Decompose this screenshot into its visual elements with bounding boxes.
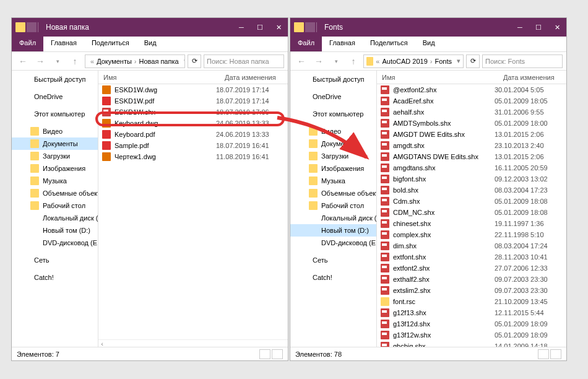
- file-row[interactable]: @extfont2.shx30.01.2004 5:05: [377, 84, 566, 95]
- col-name[interactable]: Имя: [377, 74, 498, 81]
- file-row[interactable]: dim.shx08.03.2004 17:24: [377, 240, 566, 251]
- sidebar-item[interactable]: Музыка: [290, 175, 376, 187]
- col-date[interactable]: Дата изменения: [498, 74, 566, 81]
- sidebar-item[interactable]: Объемные объект: [12, 187, 98, 199]
- file-row[interactable]: extfont2.shx27.07.2006 12:33: [377, 263, 566, 274]
- tab-share[interactable]: Поделиться: [84, 37, 137, 51]
- sidebar-item[interactable]: Catch!: [12, 271, 98, 284]
- sidebar-item[interactable]: Музыка: [12, 175, 98, 187]
- qat-icon[interactable]: [305, 22, 315, 32]
- address-box[interactable]: « AutoCAD 2019 › Fonts ▾: [363, 54, 464, 68]
- tab-share[interactable]: Поделиться: [363, 37, 415, 51]
- file-row[interactable]: gbcbig.shx14.01.2009 14:18: [377, 341, 566, 347]
- sidebar-item[interactable]: OneDrive: [290, 90, 376, 103]
- tab-view[interactable]: Вид: [137, 37, 164, 51]
- view-icons-button[interactable]: [550, 349, 561, 359]
- breadcrumb-seg[interactable]: Документы: [97, 58, 132, 65]
- sidebar-item[interactable]: Загрузки: [12, 150, 98, 162]
- file-row[interactable]: ESKD1W.pdf18.07.2019 17:14: [98, 95, 288, 107]
- sidebar-item[interactable]: Сеть: [12, 254, 98, 266]
- sidebar-item[interactable]: Изображения: [290, 162, 376, 175]
- sidebar-item[interactable]: Сеть: [290, 254, 376, 266]
- file-row[interactable]: ESKD1W.dwg18.07.2019 17:14: [98, 84, 288, 95]
- tab-home[interactable]: Главная: [322, 37, 363, 51]
- sidebar-item[interactable]: OneDrive: [12, 90, 98, 103]
- sidebar-item[interactable]: Изображения: [12, 162, 98, 175]
- sidebar-item[interactable]: Объемные объект: [290, 187, 376, 199]
- sidebar-item[interactable]: Этот компьютер: [290, 108, 376, 120]
- breadcrumb-seg[interactable]: AutoCAD 2019: [382, 58, 427, 65]
- refresh-button[interactable]: ⟳: [466, 54, 480, 68]
- close-button[interactable]: ✕: [269, 18, 288, 37]
- sidebar-item[interactable]: Документы: [12, 137, 98, 150]
- forward-button[interactable]: →: [33, 54, 48, 69]
- sidebar-item[interactable]: DVD-дисковод (E:): [12, 237, 98, 249]
- file-row[interactable]: g13f12w.shx05.01.2009 18:09: [377, 329, 566, 341]
- maximize-button[interactable]: ☐: [529, 18, 548, 37]
- sidebar-item[interactable]: DVD-дисковод (E:): [290, 237, 376, 249]
- sidebar-item[interactable]: Локальный диск (С: [290, 212, 376, 224]
- file-row[interactable]: CDM_NC.shx05.01.2009 18:08: [377, 207, 566, 218]
- sidebar-item[interactable]: Загрузки: [290, 150, 376, 162]
- sidebar-item[interactable]: Видео: [290, 125, 376, 137]
- scrollbar-horizontal[interactable]: ‹: [98, 339, 288, 347]
- file-row[interactable]: Keyboard.dwg24.06.2019 13:33: [98, 118, 288, 129]
- file-row[interactable]: font.rsc21.10.2009 13:45: [377, 296, 566, 307]
- file-row[interactable]: aehalf.shx31.01.2006 9:55: [377, 107, 566, 118]
- col-name[interactable]: Имя: [98, 74, 220, 81]
- recent-button[interactable]: ▾: [329, 54, 344, 69]
- file-row[interactable]: Keyboard.pdf24.06.2019 13:33: [98, 129, 288, 140]
- qat-icon[interactable]: [27, 22, 37, 32]
- file-row[interactable]: Cdm.shx05.01.2009 18:08: [377, 196, 566, 207]
- breadcrumb-seg[interactable]: Новая папка: [139, 58, 179, 65]
- address-dropdown-icon[interactable]: ▾: [184, 57, 185, 65]
- minimize-button[interactable]: ─: [232, 18, 251, 37]
- file-row[interactable]: bigfont.shx09.12.2003 13:02: [377, 173, 566, 185]
- address-box[interactable]: « Документы › Новая папка ▾: [85, 54, 185, 68]
- back-button[interactable]: ←: [294, 54, 309, 69]
- tab-file[interactable]: Файл: [12, 37, 43, 51]
- sidebar-item[interactable]: Новый том (D:): [12, 224, 98, 237]
- sidebar-item[interactable]: Рабочий стол: [12, 199, 98, 212]
- file-row[interactable]: exthalf2.shx09.07.2003 23:30: [377, 274, 566, 285]
- maximize-button[interactable]: ☐: [251, 18, 269, 37]
- tab-file[interactable]: Файл: [290, 37, 322, 51]
- tab-home[interactable]: Главная: [43, 37, 84, 51]
- file-row[interactable]: complex.shx22.11.1998 5:10: [377, 229, 566, 240]
- file-row[interactable]: amgdt.shx23.10.2013 2:40: [377, 140, 566, 151]
- back-button[interactable]: ←: [15, 54, 30, 69]
- file-row[interactable]: amgdtans.shx16.11.2005 20:59: [377, 162, 566, 173]
- file-row[interactable]: AMDTSymbols.shx05.01.2009 18:00: [377, 118, 566, 129]
- sidebar-item[interactable]: Рабочий стол: [290, 199, 376, 212]
- sidebar-item[interactable]: Catch!: [290, 271, 376, 284]
- titlebar[interactable]: Новая папка ─ ☐ ✕: [12, 18, 288, 37]
- close-button[interactable]: ✕: [548, 18, 566, 37]
- file-row[interactable]: AcadEref.shx05.01.2009 18:05: [377, 95, 566, 107]
- file-row[interactable]: Sample.pdf18.07.2019 16:41: [98, 140, 288, 151]
- file-row[interactable]: bold.shx08.03.2004 17:23: [377, 185, 566, 196]
- file-row[interactable]: AMGDTANS DWE Edits.shx13.01.2015 2:06: [377, 151, 566, 162]
- file-row[interactable]: AMGDT DWE Edits.shx13.01.2015 2:06: [377, 129, 566, 140]
- view-details-button[interactable]: [259, 349, 270, 359]
- file-row[interactable]: ESKD1W.shx18.07.2019 17:06: [98, 107, 288, 118]
- up-button[interactable]: ↑: [67, 54, 82, 69]
- file-row[interactable]: Чертеж1.dwg11.08.2019 16:41: [98, 151, 288, 162]
- minimize-button[interactable]: ─: [511, 18, 529, 37]
- sidebar-item[interactable]: Видео: [12, 125, 98, 137]
- file-row[interactable]: g13f12d.shx05.01.2009 18:09: [377, 318, 566, 329]
- view-details-button[interactable]: [538, 349, 549, 359]
- sidebar-item[interactable]: Новый том (D:): [290, 224, 376, 237]
- search-input[interactable]: Поиск: Fonts: [482, 54, 563, 68]
- sidebar-item[interactable]: Локальный диск (С: [12, 212, 98, 224]
- breadcrumb-seg[interactable]: Fonts: [435, 58, 452, 65]
- file-row[interactable]: chineset.shx19.11.1997 1:36: [377, 218, 566, 229]
- refresh-button[interactable]: ⟳: [188, 54, 201, 68]
- forward-button[interactable]: →: [311, 54, 326, 69]
- titlebar[interactable]: Fonts ─ ☐ ✕: [290, 18, 566, 37]
- file-row[interactable]: extfont.shx28.11.2003 10:41: [377, 251, 566, 263]
- sidebar-item[interactable]: Быстрый доступ: [290, 73, 376, 85]
- sidebar-item[interactable]: Быстрый доступ: [12, 73, 98, 85]
- file-row[interactable]: g12f13.shx12.11.2015 5:44: [377, 307, 566, 318]
- search-input[interactable]: Поиск: Новая папка: [204, 54, 284, 68]
- up-button[interactable]: ↑: [346, 54, 361, 69]
